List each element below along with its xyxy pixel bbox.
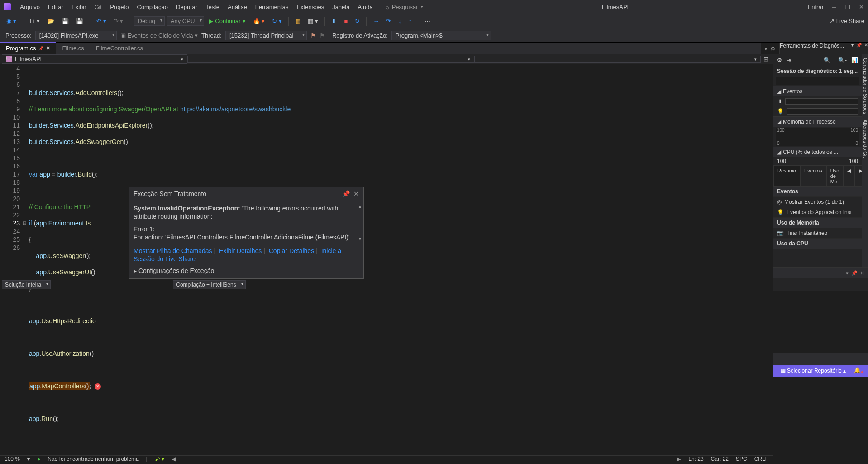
view-details-link[interactable]: Exibir Detalhes — [219, 247, 262, 254]
menu-arquivo[interactable]: Arquivo — [16, 2, 43, 12]
cpu-header[interactable]: ◢ CPU (% de todos os ... — [773, 147, 862, 157]
diag-dropdown-icon[interactable]: ▾ — [851, 43, 854, 54]
redo-button[interactable]: ↷ ▾ — [111, 17, 126, 25]
refresh-button[interactable]: ↻ — [352, 17, 362, 25]
tabs-settings-icon[interactable]: ⚙ — [770, 45, 776, 52]
menu-teste[interactable]: Teste — [202, 2, 223, 12]
split-icon[interactable]: ⊞ — [761, 56, 771, 62]
close-tab-icon[interactable]: ✕ — [46, 45, 50, 51]
panel-close-icon[interactable]: ✕ — [860, 270, 864, 276]
zoom-out-icon[interactable]: 🔍- — [838, 57, 847, 63]
step-out-icon[interactable]: ↑ — [406, 17, 415, 25]
undo-button[interactable]: ↶ ▾ — [94, 17, 109, 25]
maximize-button[interactable]: ❐ — [844, 4, 851, 10]
tab-filmecontroller-cs[interactable]: FilmeController.cs — [90, 43, 149, 54]
platform-dropdown[interactable]: Any CPU — [167, 16, 204, 26]
diag-chart-icon[interactable]: 📊 — [851, 57, 858, 63]
popup-close-icon[interactable]: ✕ — [353, 190, 359, 198]
step-icon[interactable]: → — [370, 17, 382, 25]
global-search[interactable]: ⌕ Pesquisar ▾ — [386, 4, 423, 10]
menu-editar[interactable]: Editar — [44, 2, 67, 12]
toolbar-icon-2[interactable]: ▦ ▾ — [305, 17, 321, 25]
signin-link[interactable]: Entrar — [808, 4, 824, 10]
tab-filme-cs[interactable]: Filme.cs — [56, 43, 90, 54]
scroll-right-icon[interactable]: ▶ — [677, 456, 681, 462]
nav-back-button[interactable]: ◉ ▾ — [4, 17, 19, 25]
close-button[interactable]: ✕ — [858, 4, 864, 10]
toolbar-icon-1[interactable]: ▦ — [292, 17, 303, 25]
code-url[interactable]: https://aka.ms/aspnetcore/swashbuckle — [180, 105, 291, 113]
step-over-icon[interactable]: ↷ — [383, 17, 394, 25]
tabs-dropdown-icon[interactable]: ▾ — [764, 45, 768, 52]
solution-explorer-tab[interactable]: Gerenciador de Soluções — [862, 58, 868, 114]
exception-settings-expander[interactable]: ▸ Configurações de Exceção — [129, 265, 363, 278]
hot-reload-button[interactable]: 🔥 ▾ — [250, 17, 268, 25]
stop-button[interactable]: ■ — [342, 17, 351, 25]
show-events-link[interactable]: ◎Mostrar Eventos (1 de 1) — [773, 197, 862, 207]
flag2-icon[interactable]: ⚑ — [320, 32, 325, 39]
continue-button[interactable]: ▶ Continuar ▾ — [206, 17, 248, 25]
menu-extensoes[interactable]: Extensões — [293, 2, 328, 12]
notifications-icon[interactable]: 🔔● — [854, 367, 863, 374]
menu-depurar[interactable]: Depurar — [172, 2, 201, 12]
diag-tab-resumo[interactable]: Resumo — [773, 166, 800, 187]
indent-indicator[interactable]: SPC — [736, 456, 747, 462]
menu-ferramentas[interactable]: Ferramentas — [252, 2, 292, 12]
diag-export-icon[interactable]: ⇥ — [787, 57, 791, 63]
new-item-button[interactable]: 🗋 ▾ — [27, 17, 43, 25]
pin-icon[interactable]: 📌 — [38, 46, 43, 51]
type-combo[interactable]: ▾ — [187, 56, 474, 63]
project-combo[interactable]: C# FilmesAPI ▾ — [2, 54, 187, 64]
menu-janela[interactable]: Janela — [329, 2, 353, 12]
scroll-left-icon[interactable]: ◀ — [172, 456, 176, 462]
pause-button[interactable]: ⏸ — [329, 17, 340, 25]
pause-events-icon[interactable]: ⏸ — [777, 98, 782, 105]
flag-icon[interactable]: ⚑ — [310, 32, 316, 39]
panel-dropdown-icon[interactable]: ▾ — [846, 270, 849, 276]
app-insights-link[interactable]: 💡Eventos do Application Insi — [773, 207, 862, 218]
minimize-button[interactable]: ─ — [831, 4, 837, 10]
process-dropdown[interactable]: [14020] FilmesAPI.exe — [35, 31, 117, 40]
select-repo[interactable]: ▦ Selecionar Repositório ▴ — [781, 368, 846, 374]
diag-tab-eventos[interactable]: Eventos — [800, 166, 826, 187]
scope-dropdown[interactable]: Solução Inteira — [2, 280, 51, 289]
popup-pin-icon[interactable]: 📌 — [342, 190, 350, 198]
zoom-level[interactable]: 100 % — [5, 456, 20, 462]
code-editor[interactable]: 4567891011121314151617181920212223242526… — [0, 64, 773, 455]
git-changes-tab[interactable]: Alterações do Git — [862, 120, 868, 158]
diag-pin-icon[interactable]: 📌 — [856, 43, 862, 54]
config-dropdown[interactable]: Debug — [134, 16, 165, 26]
memory-header[interactable]: ◢ Memória de Processo — [773, 117, 862, 127]
menu-exibir[interactable]: Exibir — [68, 2, 90, 12]
scroll-down-icon[interactable]: ▼ — [358, 235, 362, 243]
tab-program-cs[interactable]: Program.cs 📌 ✕ — [0, 42, 56, 54]
diag-tab-memoria[interactable]: Uso de Me — [826, 166, 844, 187]
events-header[interactable]: ◢ Eventos — [773, 86, 862, 96]
build-filter-dropdown[interactable]: Compilação + IntelliSens — [173, 280, 245, 289]
error-icon[interactable]: ✕ — [95, 383, 101, 390]
diag-close-icon[interactable]: ✕ — [864, 43, 868, 54]
copy-details-link[interactable]: Copiar Detalhes — [269, 247, 314, 254]
brush-icon[interactable]: 🖌 ▾ — [155, 456, 164, 462]
toolbar-misc[interactable]: ⋯ — [422, 17, 433, 25]
panel-pin-icon[interactable]: 📌 — [851, 270, 858, 276]
lifecycle-dropdown[interactable]: ▣ Eventos de Ciclo de Vida ▾ — [120, 32, 198, 39]
thread-dropdown[interactable]: [15232] Thread Principal — [225, 31, 307, 40]
stack-dropdown[interactable]: Program.<Main>$ — [391, 31, 491, 40]
restart-button[interactable]: ↻ ▾ — [269, 17, 285, 25]
menu-analise[interactable]: Análise — [224, 2, 251, 12]
eol-indicator[interactable]: CRLF — [754, 456, 768, 462]
show-callstack-link[interactable]: Mostrar Pilha de Chamadas — [134, 247, 212, 254]
menu-ajuda[interactable]: Ajuda — [354, 2, 376, 12]
menu-git[interactable]: Git — [91, 2, 106, 12]
diag-tab-nav-left[interactable]: ◀ — [843, 166, 855, 187]
zoom-in-icon[interactable]: 🔍+ — [824, 57, 834, 63]
save-button[interactable]: 💾 — [59, 17, 72, 25]
scroll-up-icon[interactable]: ▲ — [358, 202, 362, 210]
open-button[interactable]: 📂 — [44, 17, 57, 25]
liveshare-button[interactable]: ↗ Live Share — [830, 18, 864, 24]
snapshot-link[interactable]: 📷Tirar Instantâneo — [773, 228, 862, 239]
member-combo[interactable]: ▾ — [474, 56, 761, 63]
step-into-icon[interactable]: ↓ — [396, 17, 404, 25]
diag-settings-icon[interactable]: ⚙ — [777, 57, 782, 63]
